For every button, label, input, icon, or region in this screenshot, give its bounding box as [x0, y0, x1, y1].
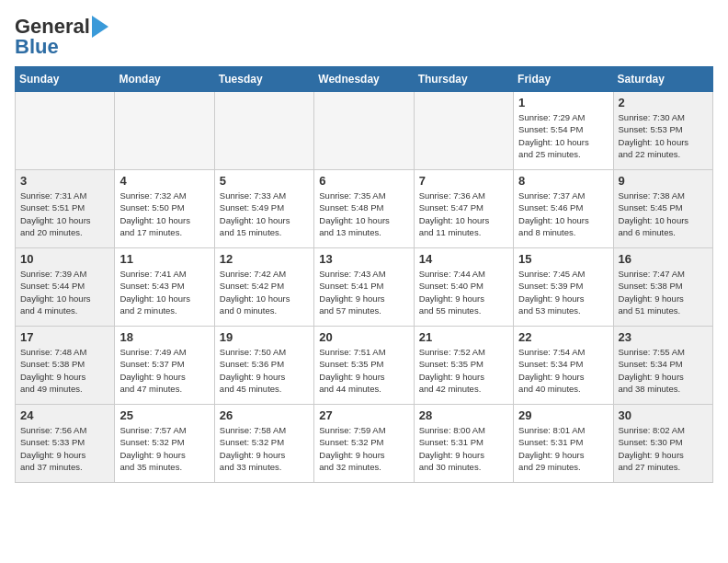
day-number: 28 — [419, 408, 508, 422]
day-info: Sunrise: 7:49 AM Sunset: 5:37 PM Dayligh… — [119, 346, 209, 395]
weekday-header-wednesday: Wednesday — [314, 67, 414, 92]
calendar-day — [115, 92, 214, 170]
logo: General Blue — [15, 15, 108, 59]
calendar-day: 2Sunrise: 7:30 AM Sunset: 5:53 PM Daylig… — [613, 92, 712, 170]
day-number: 1 — [518, 96, 608, 109]
day-info: Sunrise: 7:38 AM Sunset: 5:45 PM Dayligh… — [619, 190, 708, 238]
weekday-header-sunday: Sunday — [16, 67, 115, 92]
calendar-table: SundayMondayTuesdayWednesdayThursdayFrid… — [15, 66, 713, 483]
calendar-day: 4Sunrise: 7:32 AM Sunset: 5:50 PM Daylig… — [115, 170, 214, 248]
calendar-day — [214, 92, 313, 170]
day-number: 7 — [419, 174, 508, 188]
day-number: 8 — [518, 174, 608, 188]
day-number: 9 — [619, 174, 708, 188]
weekday-header-row: SundayMondayTuesdayWednesdayThursdayFrid… — [16, 67, 713, 92]
calendar-day: 13Sunrise: 7:43 AM Sunset: 5:41 PM Dayli… — [314, 248, 414, 327]
day-info: Sunrise: 7:56 AM Sunset: 5:33 PM Dayligh… — [20, 424, 109, 473]
day-info: Sunrise: 7:44 AM Sunset: 5:40 PM Dayligh… — [419, 268, 508, 316]
calendar-day: 28Sunrise: 8:00 AM Sunset: 5:31 PM Dayli… — [414, 405, 513, 483]
day-info: Sunrise: 7:45 AM Sunset: 5:39 PM Dayligh… — [518, 268, 608, 316]
day-info: Sunrise: 7:52 AM Sunset: 5:35 PM Dayligh… — [419, 346, 508, 395]
calendar-day: 10Sunrise: 7:39 AM Sunset: 5:44 PM Dayli… — [16, 248, 115, 327]
day-number: 4 — [119, 174, 209, 188]
day-info: Sunrise: 7:29 AM Sunset: 5:54 PM Dayligh… — [518, 111, 608, 160]
day-info: Sunrise: 8:01 AM Sunset: 5:31 PM Dayligh… — [518, 424, 608, 473]
calendar-week-2: 3Sunrise: 7:31 AM Sunset: 5:51 PM Daylig… — [16, 170, 713, 248]
weekday-header-monday: Monday — [115, 67, 214, 92]
calendar-day: 22Sunrise: 7:54 AM Sunset: 5:34 PM Dayli… — [514, 327, 613, 405]
calendar-day: 5Sunrise: 7:33 AM Sunset: 5:49 PM Daylig… — [214, 170, 313, 248]
page-header: General Blue — [15, 15, 713, 59]
day-info: Sunrise: 7:30 AM Sunset: 5:53 PM Dayligh… — [619, 111, 708, 160]
calendar-week-4: 17Sunrise: 7:48 AM Sunset: 5:38 PM Dayli… — [16, 327, 713, 405]
calendar-day: 19Sunrise: 7:50 AM Sunset: 5:36 PM Dayli… — [214, 327, 313, 405]
calendar-day: 25Sunrise: 7:57 AM Sunset: 5:32 PM Dayli… — [115, 405, 214, 483]
day-info: Sunrise: 7:47 AM Sunset: 5:38 PM Dayligh… — [619, 268, 708, 316]
calendar-day: 7Sunrise: 7:36 AM Sunset: 5:47 PM Daylig… — [414, 170, 513, 248]
calendar-day: 29Sunrise: 8:01 AM Sunset: 5:31 PM Dayli… — [514, 405, 613, 483]
logo-arrow-icon — [92, 16, 108, 38]
weekday-header-thursday: Thursday — [414, 67, 513, 92]
day-info: Sunrise: 7:43 AM Sunset: 5:41 PM Dayligh… — [319, 268, 408, 316]
calendar-day: 24Sunrise: 7:56 AM Sunset: 5:33 PM Dayli… — [16, 405, 115, 483]
calendar-day: 26Sunrise: 7:58 AM Sunset: 5:32 PM Dayli… — [214, 405, 313, 483]
day-info: Sunrise: 7:58 AM Sunset: 5:32 PM Dayligh… — [220, 424, 309, 473]
weekday-header-tuesday: Tuesday — [214, 67, 313, 92]
day-info: Sunrise: 7:59 AM Sunset: 5:32 PM Dayligh… — [319, 424, 408, 473]
calendar-week-1: 1Sunrise: 7:29 AM Sunset: 5:54 PM Daylig… — [16, 92, 713, 170]
day-number: 27 — [319, 408, 408, 422]
day-number: 14 — [419, 252, 508, 266]
logo-text-blue: Blue — [15, 35, 59, 59]
calendar-day: 21Sunrise: 7:52 AM Sunset: 5:35 PM Dayli… — [414, 327, 513, 405]
day-number: 17 — [20, 330, 109, 344]
day-info: Sunrise: 7:39 AM Sunset: 5:44 PM Dayligh… — [20, 268, 109, 316]
calendar-week-5: 24Sunrise: 7:56 AM Sunset: 5:33 PM Dayli… — [16, 405, 713, 483]
day-number: 24 — [20, 408, 109, 422]
calendar-day: 8Sunrise: 7:37 AM Sunset: 5:46 PM Daylig… — [514, 170, 613, 248]
day-number: 19 — [220, 330, 309, 344]
calendar-day: 23Sunrise: 7:55 AM Sunset: 5:34 PM Dayli… — [613, 327, 712, 405]
calendar-day: 14Sunrise: 7:44 AM Sunset: 5:40 PM Dayli… — [414, 248, 513, 327]
calendar-day: 3Sunrise: 7:31 AM Sunset: 5:51 PM Daylig… — [16, 170, 115, 248]
calendar-day: 15Sunrise: 7:45 AM Sunset: 5:39 PM Dayli… — [514, 248, 613, 327]
day-number: 25 — [119, 408, 209, 422]
day-number: 18 — [119, 330, 209, 344]
day-number: 29 — [518, 408, 608, 422]
day-number: 15 — [518, 252, 608, 266]
calendar-day: 16Sunrise: 7:47 AM Sunset: 5:38 PM Dayli… — [613, 248, 712, 327]
calendar-day: 17Sunrise: 7:48 AM Sunset: 5:38 PM Dayli… — [16, 327, 115, 405]
day-number: 26 — [220, 408, 309, 422]
day-number: 21 — [419, 330, 508, 344]
day-number: 23 — [619, 330, 708, 344]
day-info: Sunrise: 7:35 AM Sunset: 5:48 PM Dayligh… — [319, 190, 408, 238]
day-info: Sunrise: 7:36 AM Sunset: 5:47 PM Dayligh… — [419, 190, 508, 238]
day-number: 13 — [319, 252, 408, 266]
day-number: 6 — [319, 174, 408, 188]
day-number: 20 — [319, 330, 408, 344]
day-number: 11 — [119, 252, 209, 266]
calendar-day — [16, 92, 115, 170]
weekday-header-saturday: Saturday — [613, 67, 712, 92]
calendar-day: 1Sunrise: 7:29 AM Sunset: 5:54 PM Daylig… — [514, 92, 613, 170]
calendar-day: 12Sunrise: 7:42 AM Sunset: 5:42 PM Dayli… — [214, 248, 313, 327]
day-info: Sunrise: 7:41 AM Sunset: 5:43 PM Dayligh… — [119, 268, 209, 316]
calendar-day: 27Sunrise: 7:59 AM Sunset: 5:32 PM Dayli… — [314, 405, 414, 483]
day-info: Sunrise: 7:42 AM Sunset: 5:42 PM Dayligh… — [220, 268, 309, 316]
day-info: Sunrise: 7:31 AM Sunset: 5:51 PM Dayligh… — [20, 190, 109, 238]
day-info: Sunrise: 7:55 AM Sunset: 5:34 PM Dayligh… — [619, 346, 708, 395]
day-number: 16 — [619, 252, 708, 266]
day-info: Sunrise: 8:02 AM Sunset: 5:30 PM Dayligh… — [619, 424, 708, 473]
day-number: 3 — [20, 174, 109, 188]
calendar-day: 9Sunrise: 7:38 AM Sunset: 5:45 PM Daylig… — [613, 170, 712, 248]
day-info: Sunrise: 7:48 AM Sunset: 5:38 PM Dayligh… — [20, 346, 109, 395]
calendar-day: 30Sunrise: 8:02 AM Sunset: 5:30 PM Dayli… — [613, 405, 712, 483]
calendar-week-3: 10Sunrise: 7:39 AM Sunset: 5:44 PM Dayli… — [16, 248, 713, 327]
calendar-day: 11Sunrise: 7:41 AM Sunset: 5:43 PM Dayli… — [115, 248, 214, 327]
day-info: Sunrise: 7:57 AM Sunset: 5:32 PM Dayligh… — [119, 424, 209, 473]
day-info: Sunrise: 7:37 AM Sunset: 5:46 PM Dayligh… — [518, 190, 608, 238]
weekday-header-friday: Friday — [514, 67, 613, 92]
calendar-day: 6Sunrise: 7:35 AM Sunset: 5:48 PM Daylig… — [314, 170, 414, 248]
calendar-day: 20Sunrise: 7:51 AM Sunset: 5:35 PM Dayli… — [314, 327, 414, 405]
day-info: Sunrise: 7:33 AM Sunset: 5:49 PM Dayligh… — [220, 190, 309, 238]
day-number: 5 — [220, 174, 309, 188]
